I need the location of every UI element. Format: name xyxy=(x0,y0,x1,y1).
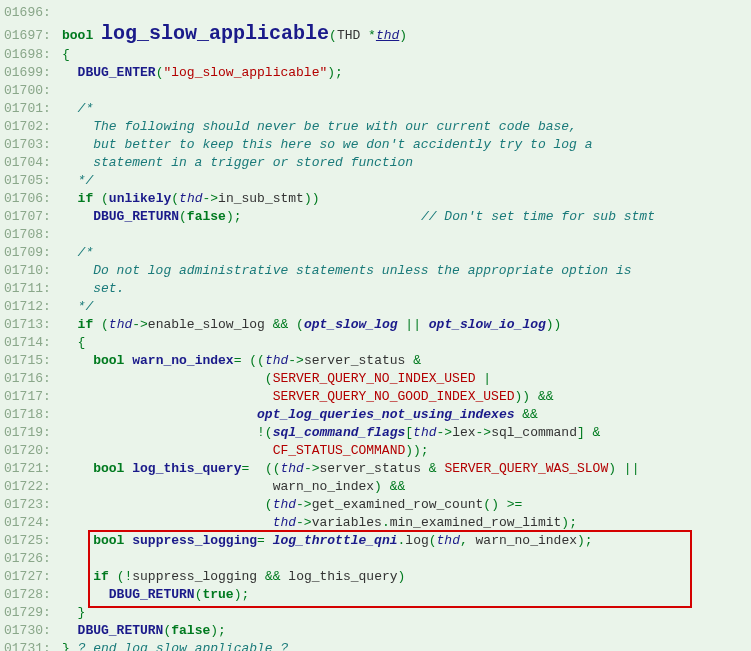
code-line: 01713: if (thd->enable_slow_log && (opt_… xyxy=(4,316,747,334)
code-text: } xyxy=(62,604,85,622)
code-line: 01720: CF_STATUS_COMMAND)); xyxy=(4,442,747,460)
code-text: thd->variables.min_examined_row_limit); xyxy=(62,514,577,532)
line-number: 01711: xyxy=(4,280,62,298)
line-number: 01721: xyxy=(4,460,62,478)
line-number: 01729: xyxy=(4,604,62,622)
code-text: DBUG_RETURN(false); // Don't set time fo… xyxy=(62,208,655,226)
code-text: bool warn_no_index= ((thd->server_status… xyxy=(62,352,421,370)
comment: statement in a trigger or stored functio… xyxy=(62,154,413,172)
code-line: 01703: but better to keep this here so w… xyxy=(4,136,747,154)
line-number: 01726: xyxy=(4,550,62,568)
line-number: 01707: xyxy=(4,208,62,226)
line-number: 01731: xyxy=(4,640,62,651)
code-line: 01711: set. xyxy=(4,280,747,298)
line-number: 01722: xyxy=(4,478,62,496)
line-number: 01703: xyxy=(4,136,62,154)
code-line: 01700: xyxy=(4,82,747,100)
code-line: 01731: } ? end log_slow_applicable ? xyxy=(4,640,747,651)
line-number: 01700: xyxy=(4,82,62,100)
line-number: 01714: xyxy=(4,334,62,352)
line-number: 01717: xyxy=(4,388,62,406)
code-text: CF_STATUS_COMMAND)); xyxy=(62,442,429,460)
code-line: 01719: !(sql_command_flags[thd->lex->sql… xyxy=(4,424,747,442)
line-number: 01701: xyxy=(4,100,62,118)
code-line: 01697: bool log_slow_applicable(THD *thd… xyxy=(4,22,747,46)
line-number: 01699: xyxy=(4,64,62,82)
code-line: 01704: statement in a trigger or stored … xyxy=(4,154,747,172)
comment: /* xyxy=(62,100,93,118)
line-number: 01728: xyxy=(4,586,62,604)
line-number: 01727: xyxy=(4,568,62,586)
code-line: 01708: xyxy=(4,226,747,244)
line-number: 01710: xyxy=(4,262,62,280)
code-line: 01701: /* xyxy=(4,100,747,118)
line-number: 01704: xyxy=(4,154,62,172)
line-number: 01724: xyxy=(4,514,62,532)
code-text: bool log_slow_applicable(THD *thd) xyxy=(62,22,407,48)
code-text: (SERVER_QUERY_NO_INDEX_USED | xyxy=(62,370,491,388)
code-line: 01717: SERVER_QUERY_NO_GOOD_INDEX_USED))… xyxy=(4,388,747,406)
code-text: } ? end log_slow_applicable ? xyxy=(62,640,288,651)
code-text: !(sql_command_flags[thd->lex->sql_comman… xyxy=(62,424,600,442)
line-number: 01723: xyxy=(4,496,62,514)
line-number: 01696: xyxy=(4,4,62,22)
code-text: { xyxy=(62,334,85,352)
code-line: 01698: { xyxy=(4,46,747,64)
line-number: 01712: xyxy=(4,298,62,316)
code-container: { "lines": { "L1696": "01696:", "L1697":… xyxy=(4,4,747,651)
code-line: 01706: if (unlikely(thd->in_sub_stmt)) xyxy=(4,190,747,208)
comment: but better to keep this here so we don't… xyxy=(62,136,593,154)
code-text: opt_log_queries_not_using_indexes && xyxy=(62,406,538,424)
line-number: 01709: xyxy=(4,244,62,262)
line-number: 01725: xyxy=(4,532,62,550)
code-text: SERVER_QUERY_NO_GOOD_INDEX_USED)) && xyxy=(62,388,554,406)
line-number: 01708: xyxy=(4,226,62,244)
code-text: DBUG_RETURN(true); xyxy=(62,586,249,604)
line-number: 01697: xyxy=(4,24,62,48)
code-line: 01716: (SERVER_QUERY_NO_INDEX_USED | xyxy=(4,370,747,388)
code-text: if (!suppress_logging && log_this_query) xyxy=(62,568,405,586)
comment: */ xyxy=(62,298,93,316)
line-number: 01720: xyxy=(4,442,62,460)
line-number: 01705: xyxy=(4,172,62,190)
code-line: 01702: The following should never be tru… xyxy=(4,118,747,136)
code-line: 01709: /* xyxy=(4,244,747,262)
code-line: 01718: opt_log_queries_not_using_indexes… xyxy=(4,406,747,424)
comment: */ xyxy=(62,172,93,190)
line-number: 01719: xyxy=(4,424,62,442)
code-line: 01723: (thd->get_examined_row_count() >= xyxy=(4,496,747,514)
code-text: bool log_this_query= ((thd->server_statu… xyxy=(62,460,639,478)
code-line: 01727: if (!suppress_logging && log_this… xyxy=(4,568,747,586)
code-line: 01728: DBUG_RETURN(true); xyxy=(4,586,747,604)
comment: set. xyxy=(62,280,124,298)
line-number: 01698: xyxy=(4,46,62,64)
code-line: 01721: bool log_this_query= ((thd->serve… xyxy=(4,460,747,478)
line-number: 01718: xyxy=(4,406,62,424)
line-number: 01715: xyxy=(4,352,62,370)
code-line: 01722: warn_no_index) && xyxy=(4,478,747,496)
code-line: 01712: */ xyxy=(4,298,747,316)
code-text: bool suppress_logging= log_throttle_qni.… xyxy=(62,532,593,550)
code-text: (thd->get_examined_row_count() >= xyxy=(62,496,522,514)
line-number: 01713: xyxy=(4,316,62,334)
code-line: 01710: Do not log administrative stateme… xyxy=(4,262,747,280)
code-text: warn_no_index) && xyxy=(62,478,405,496)
code-line: 01705: */ xyxy=(4,172,747,190)
line-number: 01716: xyxy=(4,370,62,388)
code-line: 01730: DBUG_RETURN(false); xyxy=(4,622,747,640)
line-number: 01706: xyxy=(4,190,62,208)
line-number: 01730: xyxy=(4,622,62,640)
code-text: DBUG_ENTER("log_slow_applicable"); xyxy=(62,64,343,82)
code-line: 01715: bool warn_no_index= ((thd->server… xyxy=(4,352,747,370)
code-line: 01707: DBUG_RETURN(false); // Don't set … xyxy=(4,208,747,226)
code-text: if (thd->enable_slow_log && (opt_slow_lo… xyxy=(62,316,561,334)
line-number: 01702: xyxy=(4,118,62,136)
code-line: 01696: xyxy=(4,4,747,22)
code-text: if (unlikely(thd->in_sub_stmt)) xyxy=(62,190,320,208)
comment: /* xyxy=(62,244,93,262)
comment: Do not log administrative statements unl… xyxy=(62,262,632,280)
code-line: 01699: DBUG_ENTER("log_slow_applicable")… xyxy=(4,64,747,82)
code-line: 01725: bool suppress_logging= log_thrott… xyxy=(4,532,747,550)
code-line: 01726: xyxy=(4,550,747,568)
code-text: DBUG_RETURN(false); xyxy=(62,622,226,640)
